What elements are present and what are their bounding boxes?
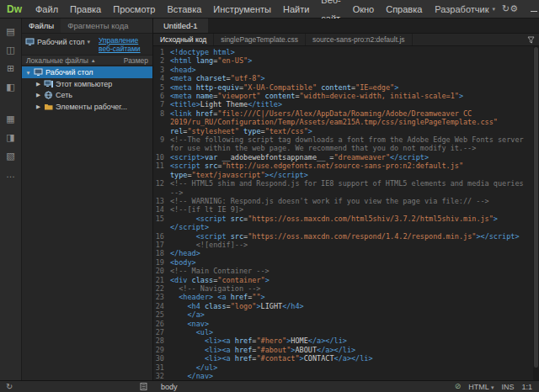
tree-item-desktop-elements[interactable]: ▶ Элементы рабочег... bbox=[22, 101, 152, 113]
line-number: 8 bbox=[153, 109, 170, 135]
tree-item-this-computer[interactable]: ▶ Этот компьютер bbox=[22, 78, 152, 90]
code-text: <!-- HTML5 shim and Respond.js for IE8 s… bbox=[170, 179, 533, 197]
menu-item[interactable]: Найти bbox=[277, 0, 315, 19]
code-text: <script src="https://oss.maxcdn.com/html… bbox=[170, 215, 533, 232]
code-line: 2<html lang="en-US"> bbox=[153, 56, 533, 65]
column-local-files[interactable]: Локальные файлы ▲ bbox=[26, 56, 120, 65]
sync-icon[interactable]: ↻ bbox=[502, 3, 510, 14]
line-number: 30 bbox=[153, 354, 170, 363]
files-panel-icon[interactable]: ▤ bbox=[6, 27, 14, 36]
statusbar-right: ⊘ HTML ▾ INS 1:1 bbox=[455, 383, 539, 391]
sort-asc-icon: ▲ bbox=[91, 58, 96, 63]
css-designer-icon[interactable]: ◧ bbox=[6, 82, 14, 92]
tab-files[interactable]: Файлы bbox=[22, 19, 61, 33]
chevron-down-icon: ▾ bbox=[491, 384, 494, 390]
menu-item[interactable]: Инструменты bbox=[207, 0, 277, 19]
site-row: Рабочий стол ▾ Управление веб-сайтами bbox=[22, 34, 152, 55]
minimize-button[interactable] bbox=[523, 0, 539, 19]
more-panels-icon[interactable]: … bbox=[6, 170, 15, 179]
code-line: 21<div class="container"> bbox=[153, 276, 533, 284]
refresh-icon[interactable]: ↻ bbox=[6, 383, 13, 391]
insert-panel-icon[interactable]: ⊞ bbox=[7, 64, 14, 73]
manage-sites-link[interactable]: Управление веб-сайтами bbox=[99, 36, 149, 53]
code-lines: 1<!doctype html>2<html lang="en-US">3<he… bbox=[153, 46, 533, 380]
line-number: 14 bbox=[153, 205, 170, 214]
editor-area: Untitled-1 Исходный кодsinglePageTemplat… bbox=[153, 19, 539, 380]
code-line: 5<meta http-equiv="X-UA-Compatible" cont… bbox=[153, 83, 533, 92]
tag-selector-body[interactable]: body bbox=[153, 383, 185, 391]
settings-gear-icon[interactable]: ⚙ bbox=[510, 3, 518, 14]
line-number: 9 bbox=[153, 135, 170, 153]
column-size[interactable]: Размер bbox=[120, 56, 148, 65]
chevron-down-icon: ▾ bbox=[493, 6, 496, 13]
menu-item[interactable]: Окно bbox=[347, 0, 381, 19]
assets-panel-icon[interactable]: ◨ bbox=[6, 133, 14, 142]
code-line: 22 <!-- Navigation --> bbox=[153, 284, 533, 293]
code-line: 10<script>var __adobewebfontsappname__ =… bbox=[153, 153, 533, 162]
line-number: 17 bbox=[153, 241, 170, 249]
code-line: 26 <nav> bbox=[153, 320, 533, 328]
code-text: </head> bbox=[170, 249, 533, 257]
menu-item[interactable]: Справка bbox=[380, 0, 428, 19]
code-text: <li><a href="#about">ABOUT</a></li> bbox=[170, 346, 533, 354]
workspace-switcher[interactable]: Разработчик ▾ bbox=[428, 4, 502, 14]
line-number: 15 bbox=[153, 215, 170, 232]
code-text: <!-- WARNING: Respond.js doesn't work if… bbox=[170, 197, 533, 205]
code-line: 8<link href="file:///C|/Users/Alex/AppDa… bbox=[153, 109, 533, 135]
document-tab-untitled[interactable]: Untitled-1 bbox=[153, 19, 208, 33]
tree-item-desktop[interactable]: ▼ Рабочий стол bbox=[22, 66, 152, 78]
scrollbar-thumb[interactable] bbox=[534, 47, 538, 368]
log-icon[interactable] bbox=[140, 383, 147, 390]
code-line: 19<body> bbox=[153, 258, 533, 267]
expand-caret-icon[interactable]: ▶ bbox=[35, 103, 41, 110]
line-number: 13 bbox=[153, 197, 170, 205]
dom-panel-icon[interactable]: ▦ bbox=[6, 114, 14, 124]
code-line: 20<!-- Main Container --> bbox=[153, 267, 533, 275]
menu-item[interactable]: Файл bbox=[29, 0, 64, 19]
line-number: 16 bbox=[153, 232, 170, 241]
menu-item[interactable]: Просмотр bbox=[107, 0, 161, 19]
line-number: 24 bbox=[153, 302, 170, 310]
tab-snippets[interactable]: Фрагменты кода bbox=[61, 19, 135, 33]
code-view[interactable]: 1<!doctype html>2<html lang="en-US">3<he… bbox=[153, 46, 539, 380]
collapse-caret-icon[interactable]: ▼ bbox=[25, 70, 31, 76]
code-text: <script src="https://oss.maxcdn.com/resp… bbox=[170, 232, 533, 241]
site-selector-label: Рабочий стол bbox=[37, 38, 85, 46]
menu-item[interactable]: Вставка bbox=[161, 0, 207, 19]
cc-libraries-icon[interactable]: ◫ bbox=[6, 45, 14, 55]
site-selector-dropdown[interactable]: Рабочий стол ▾ bbox=[25, 36, 95, 46]
code-line: 12<!-- HTML5 shim and Respond.js for IE8… bbox=[153, 179, 533, 197]
line-number: 32 bbox=[153, 372, 170, 380]
code-text: <meta name="viewport" content="width=dev… bbox=[170, 92, 533, 100]
vertical-scrollbar[interactable] bbox=[533, 46, 539, 380]
code-text: <title>Light Theme</title> bbox=[170, 100, 533, 109]
line-number: 6 bbox=[153, 92, 170, 100]
code-line: 25 </a> bbox=[153, 310, 533, 319]
doc-type-indicator[interactable]: HTML ▾ bbox=[468, 383, 494, 391]
folder-icon bbox=[44, 103, 53, 111]
code-text: </a> bbox=[170, 310, 533, 319]
tree-item-label: Элементы рабочег... bbox=[56, 103, 127, 111]
window-controls: × bbox=[523, 0, 539, 19]
main-area: ▤◫⊞◧▦◨▧… Файлы Фрагменты кода Рабочий ст… bbox=[0, 19, 539, 380]
menu-item[interactable]: Правка bbox=[64, 0, 107, 19]
expand-caret-icon[interactable]: ▶ bbox=[35, 81, 41, 87]
related-file[interactable]: source-sans-pro:n2:default.js bbox=[306, 34, 413, 45]
code-line: 7<title>Light Theme</title> bbox=[153, 100, 533, 109]
linting-status-icon[interactable]: ⊘ bbox=[455, 383, 462, 390]
file-tree: ▼ Рабочий стол ▶ Этот компьютер ▶ Сеть bbox=[22, 66, 152, 380]
expand-caret-icon[interactable]: ▶ bbox=[35, 92, 41, 98]
code-text: <!--[if lt IE 9]> bbox=[170, 205, 533, 214]
files-panel-tabs: Файлы Фрагменты кода bbox=[22, 19, 152, 34]
snippets-panel-icon[interactable]: ▧ bbox=[6, 151, 14, 161]
code-text: <h4 class="logo">LIGHT</h4> bbox=[170, 302, 533, 310]
menu-items: ФайлПравкаПросмотрВставкаИнструментыНайт… bbox=[29, 0, 428, 18]
related-file[interactable]: Исходный код bbox=[153, 34, 214, 45]
desktop-icon bbox=[25, 38, 35, 46]
tree-item-network[interactable]: ▶ Сеть bbox=[22, 89, 152, 101]
code-text: <!doctype html> bbox=[170, 48, 533, 56]
insert-mode-indicator[interactable]: INS bbox=[501, 383, 514, 391]
related-file[interactable]: singlePageTemplate.css bbox=[214, 34, 306, 45]
filter-funnel-icon[interactable] bbox=[527, 36, 535, 44]
code-text: <nav> bbox=[170, 320, 533, 328]
